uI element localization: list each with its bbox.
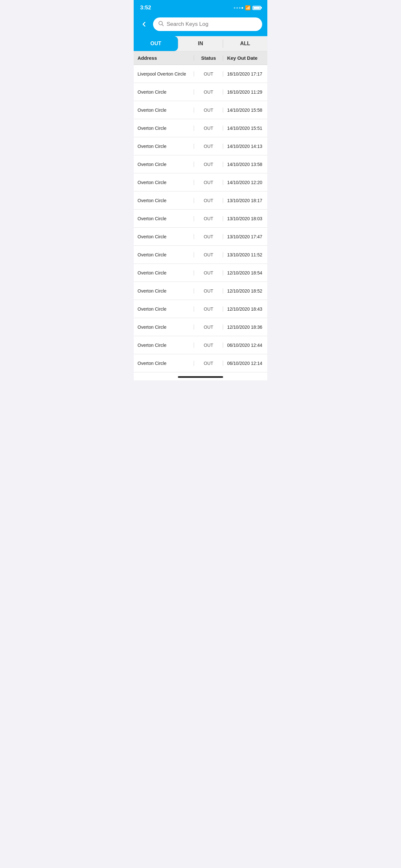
table-row[interactable]: Overton Circle OUT 12/10/2020 18:36 (134, 318, 267, 336)
row-status-0: OUT (194, 71, 223, 76)
search-input[interactable] (166, 21, 257, 27)
row-status-14: OUT (194, 324, 223, 330)
row-address-1: Overton Circle (134, 89, 194, 95)
row-status-2: OUT (194, 107, 223, 113)
row-status-13: OUT (194, 306, 223, 312)
row-date-5: 14/10/2020 13:58 (223, 162, 267, 167)
row-address-7: Overton Circle (134, 198, 194, 203)
row-date-2: 14/10/2020 15:58 (223, 107, 267, 113)
table-row[interactable]: Overton Circle OUT 12/10/2020 18:54 (134, 264, 267, 282)
row-status-9: OUT (194, 234, 223, 239)
col-header-date: Key Out Date (223, 55, 267, 61)
home-indicator (134, 372, 267, 380)
row-date-16: 06/10/2020 12:14 (223, 361, 267, 366)
row-status-7: OUT (194, 198, 223, 203)
table-row[interactable]: Overton Circle OUT 12/10/2020 18:52 (134, 282, 267, 300)
row-status-3: OUT (194, 126, 223, 131)
table-row[interactable]: Overton Circle OUT 13/10/2020 11:52 (134, 246, 267, 264)
row-address-15: Overton Circle (134, 343, 194, 348)
row-date-10: 13/10/2020 11:52 (223, 252, 267, 257)
row-address-12: Overton Circle (134, 288, 194, 293)
row-date-7: 13/10/2020 18:17 (223, 198, 267, 203)
table-row[interactable]: Overton Circle OUT 13/10/2020 17:47 (134, 228, 267, 246)
row-address-9: Overton Circle (134, 234, 194, 239)
search-bar[interactable] (153, 18, 262, 31)
row-address-6: Overton Circle (134, 180, 194, 185)
row-date-15: 06/10/2020 12:44 (223, 343, 267, 348)
row-address-2: Overton Circle (134, 107, 194, 113)
row-address-8: Overton Circle (134, 216, 194, 221)
table-header: Address Status Key Out Date (134, 51, 267, 65)
row-date-13: 12/10/2020 18:43 (223, 306, 267, 312)
row-address-5: Overton Circle (134, 162, 194, 167)
row-date-14: 12/10/2020 18:36 (223, 324, 267, 330)
row-address-3: Overton Circle (134, 126, 194, 131)
status-bar: 3:52 📶 (134, 0, 267, 14)
row-status-8: OUT (194, 216, 223, 221)
row-status-1: OUT (194, 89, 223, 95)
row-date-9: 13/10/2020 17:47 (223, 234, 267, 239)
table-row[interactable]: Overton Circle OUT 13/10/2020 18:03 (134, 210, 267, 228)
status-time: 3:52 (140, 4, 151, 11)
row-status-11: OUT (194, 270, 223, 275)
table-row[interactable]: Overton Circle OUT 14/10/2020 12:20 (134, 174, 267, 191)
row-status-6: OUT (194, 180, 223, 185)
table-row[interactable]: Overton Circle OUT 14/10/2020 13:58 (134, 155, 267, 174)
row-status-4: OUT (194, 144, 223, 149)
row-address-0: Liverpool Overton Circle (134, 71, 194, 76)
row-date-8: 13/10/2020 18:03 (223, 216, 267, 221)
table-row[interactable]: Overton Circle OUT 14/10/2020 15:51 (134, 119, 267, 137)
tab-all[interactable]: ALL (223, 36, 267, 51)
table-row[interactable]: Overton Circle OUT 14/10/2020 14:13 (134, 137, 267, 155)
row-address-11: Overton Circle (134, 270, 194, 275)
row-date-3: 14/10/2020 15:51 (223, 126, 267, 131)
row-status-15: OUT (194, 343, 223, 348)
row-date-0: 16/10/2020 17:17 (223, 71, 267, 76)
row-address-13: Overton Circle (134, 306, 194, 312)
row-address-4: Overton Circle (134, 144, 194, 149)
row-date-12: 12/10/2020 18:52 (223, 288, 267, 293)
table-row[interactable]: Overton Circle OUT 14/10/2020 15:58 (134, 101, 267, 119)
table-row[interactable]: Overton Circle OUT 13/10/2020 18:17 (134, 191, 267, 210)
row-status-5: OUT (194, 162, 223, 167)
home-bar (178, 376, 223, 378)
table-row[interactable]: Overton Circle OUT 06/10/2020 12:14 (134, 354, 267, 372)
row-date-6: 14/10/2020 12:20 (223, 180, 267, 185)
row-date-1: 16/10/2020 11:29 (223, 89, 267, 95)
tab-bar: OUT IN ALL (134, 36, 267, 51)
back-button[interactable] (139, 19, 149, 29)
battery-icon (252, 6, 261, 10)
table-row[interactable]: Overton Circle OUT 06/10/2020 12:44 (134, 336, 267, 354)
table-body: Liverpool Overton Circle OUT 16/10/2020 … (134, 65, 267, 372)
row-status-12: OUT (194, 288, 223, 293)
wifi-icon: 📶 (245, 5, 251, 10)
tab-in[interactable]: IN (178, 36, 222, 51)
status-icons: 📶 (234, 5, 261, 10)
row-address-16: Overton Circle (134, 361, 194, 366)
table-row[interactable]: Overton Circle OUT 16/10/2020 11:29 (134, 83, 267, 101)
row-status-16: OUT (194, 361, 223, 366)
table-row[interactable]: Liverpool Overton Circle OUT 16/10/2020 … (134, 65, 267, 83)
table-row[interactable]: Overton Circle OUT 12/10/2020 18:43 (134, 300, 267, 318)
row-date-11: 12/10/2020 18:54 (223, 270, 267, 275)
signal-icon (234, 7, 243, 9)
search-icon (158, 21, 164, 28)
tab-out[interactable]: OUT (134, 36, 178, 51)
row-address-10: Overton Circle (134, 252, 194, 257)
col-header-address: Address (134, 55, 194, 61)
header (134, 14, 267, 36)
row-status-10: OUT (194, 252, 223, 257)
row-address-14: Overton Circle (134, 324, 194, 330)
row-date-4: 14/10/2020 14:13 (223, 144, 267, 149)
col-header-status: Status (194, 55, 223, 61)
